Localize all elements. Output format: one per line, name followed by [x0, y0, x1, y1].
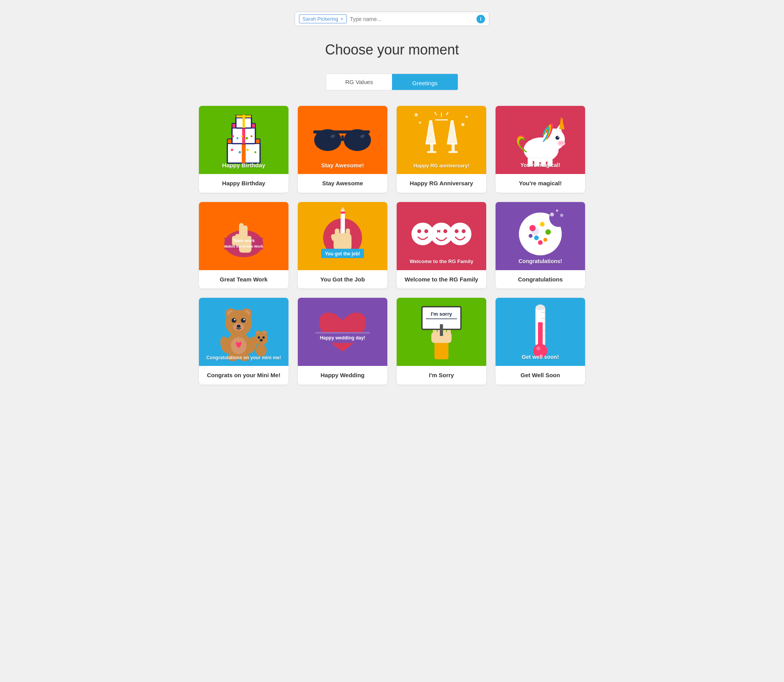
svg-point-85: [449, 223, 471, 245]
svg-point-111: [237, 325, 241, 328]
svg-point-107: [241, 318, 246, 323]
card-stay-awesome[interactable]: Stay Awesome! Stay Awesome: [298, 106, 387, 193]
svg-rect-28: [430, 143, 433, 151]
svg-point-27: [461, 123, 464, 126]
svg-point-49: [558, 136, 559, 137]
svg-point-48: [555, 136, 559, 140]
svg-marker-129: [370, 332, 374, 343]
card-magical[interactable]: You're magical! You're magical!: [496, 106, 585, 193]
svg-point-95: [529, 234, 533, 238]
svg-rect-29: [427, 151, 436, 153]
card-congratulations[interactable]: Congratulations! Congratulations: [496, 202, 585, 289]
card-wedding[interactable]: Happy wedding day! Happy Wedding: [298, 298, 387, 385]
card-get-well[interactable]: Get well soon! Get Well Soon: [496, 298, 585, 385]
svg-rect-139: [440, 324, 443, 336]
heart-wedding-icon: Happy wedding day!: [311, 301, 374, 363]
card-sorry-label: I'm Sorry: [397, 366, 486, 385]
svg-point-106: [232, 318, 236, 323]
svg-point-79: [417, 229, 421, 233]
card-team-work[interactable]: Team work Makes the Dream Work Great Tea…: [199, 202, 288, 289]
svg-line-41: [446, 112, 448, 115]
svg-point-108: [234, 319, 236, 320]
svg-point-122: [255, 332, 268, 345]
card-rg-anniversary[interactable]: Happy RG anniversary! Happy RG Anniversa…: [397, 106, 486, 193]
pencil-job-icon: You got the job!: [313, 207, 372, 265]
svg-rect-21: [341, 135, 344, 141]
svg-point-13: [251, 135, 253, 137]
card-congrats-label: Congratulations: [496, 270, 585, 289]
svg-point-124: [262, 336, 265, 339]
svg-marker-128: [311, 332, 315, 343]
svg-text:Happy wedding day!: Happy wedding day!: [320, 335, 366, 341]
svg-point-87: [462, 229, 466, 233]
card-birthday-label: Happy Birthday: [199, 174, 288, 193]
svg-point-24: [415, 113, 418, 116]
svg-rect-74: [341, 211, 345, 214]
card-wellsoon-label: Get Well Soon: [496, 366, 585, 385]
svg-point-11: [241, 135, 243, 137]
svg-line-40: [435, 112, 436, 115]
svg-point-51: [559, 142, 561, 144]
card-minime-overlay: Congratulations on your mini me!: [199, 355, 288, 361]
svg-point-37: [452, 130, 454, 131]
svg-point-123: [258, 336, 260, 339]
card-job-label: You Got the Job: [298, 270, 387, 289]
info-icon[interactable]: i: [476, 15, 485, 23]
card-mini-me[interactable]: Congratulations on your mini me! Congrat…: [199, 298, 288, 385]
svg-point-97: [531, 227, 539, 235]
sunglasses-icon: [311, 121, 374, 160]
search-tag[interactable]: Sarah Pickering ×: [299, 14, 347, 23]
card-happy-birthday[interactable]: Happy Birthday Happy Birthday: [199, 106, 288, 193]
svg-rect-151: [536, 305, 545, 310]
tag-label: Sarah Pickering: [302, 16, 338, 22]
card-anniversary-overlay: Happy RG anniversary!: [397, 162, 486, 169]
card-sorry[interactable]: I'm sorry I'm Sorry: [397, 298, 486, 385]
svg-rect-68: [335, 229, 339, 236]
card-wellsoon-overlay: Get well soon!: [496, 353, 585, 361]
tag-close-icon[interactable]: ×: [341, 17, 343, 21]
card-minime-label: Congrats on your Mini Me!: [199, 366, 288, 385]
svg-point-84: [443, 229, 447, 233]
svg-rect-34: [448, 151, 458, 153]
search-input[interactable]: [350, 16, 473, 22]
svg-point-80: [424, 229, 428, 233]
svg-text:Team work: Team work: [233, 238, 255, 243]
cookie-icon: [511, 207, 570, 265]
svg-marker-73: [341, 207, 345, 211]
sorry-icon: I'm sorry: [410, 301, 473, 363]
svg-point-10: [237, 137, 239, 139]
svg-point-109: [243, 319, 245, 320]
svg-point-86: [455, 229, 459, 233]
svg-point-14: [231, 149, 233, 151]
svg-point-94: [543, 238, 547, 242]
card-anniversary-label: Happy RG Anniversary: [397, 174, 486, 193]
svg-point-9: [232, 135, 234, 137]
card-family-overlay: Welcome to the RG Family: [397, 258, 486, 265]
card-magical-label: You're magical!: [496, 174, 585, 193]
tab-rg-values[interactable]: RG Values: [326, 74, 392, 90]
svg-point-150: [536, 346, 540, 350]
card-got-job[interactable]: You got the job! You Got the Job: [298, 202, 387, 289]
svg-rect-130: [315, 332, 370, 334]
card-family-label: Welcome to the RG Family: [397, 270, 486, 289]
svg-point-98: [550, 213, 554, 216]
teamwork-icon: Team work Makes the Dream Work: [214, 207, 273, 265]
svg-point-50: [557, 141, 565, 146]
svg-point-35: [451, 137, 453, 139]
svg-text:You got the job!: You got the job!: [325, 251, 360, 257]
svg-point-12: [246, 137, 248, 139]
svg-text:I'm sorry: I'm sorry: [431, 311, 452, 317]
svg-point-32: [431, 130, 432, 131]
card-magical-overlay: You're magical!: [496, 162, 585, 169]
svg-text:Makes the Dream Work: Makes the Dream Work: [225, 244, 264, 248]
bear-icon: [214, 303, 273, 361]
svg-point-125: [260, 339, 263, 341]
card-rg-family[interactable]: Welcome to the RG Family Welcome to the …: [397, 202, 486, 289]
svg-rect-33: [452, 143, 455, 151]
card-awesome-label: Stay Awesome: [298, 174, 387, 193]
tab-greetings[interactable]: Greetings: [392, 74, 458, 90]
svg-point-25: [466, 116, 468, 118]
page-title: Choose your moment: [8, 42, 776, 58]
champagne-icon: [408, 109, 475, 171]
svg-marker-45: [559, 117, 564, 129]
